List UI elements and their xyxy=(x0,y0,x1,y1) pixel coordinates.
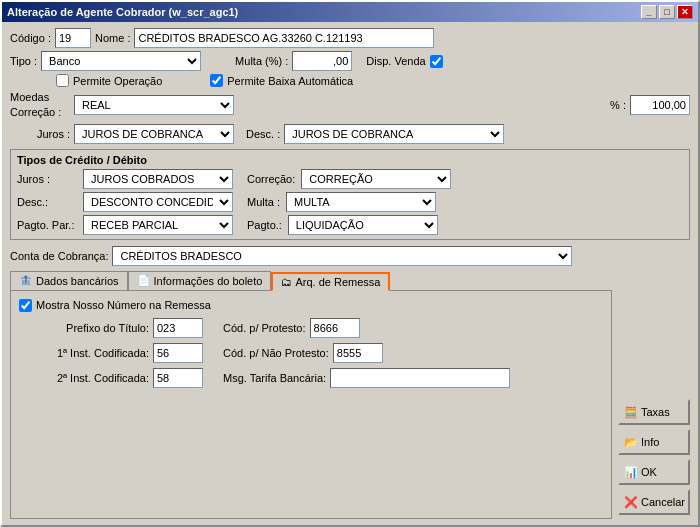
titlebar: Alteração de Agente Cobrador (w_scr_agc1… xyxy=(2,2,698,22)
juros-cred-select[interactable]: JUROS COBRADOS xyxy=(83,169,233,189)
permite-baixa-checkbox[interactable] xyxy=(210,74,223,87)
desc-cred-select[interactable]: DESCONTO CONCEDIDO xyxy=(83,192,233,212)
titlebar-buttons: _ □ ✕ xyxy=(641,5,693,19)
info-label: Info xyxy=(641,436,659,448)
inst1-input[interactable] xyxy=(153,343,203,363)
pagto-select[interactable]: LIQUIDAÇÃO xyxy=(288,215,438,235)
cancel-icon: ❌ xyxy=(624,496,638,509)
tipo-select[interactable]: Banco xyxy=(41,51,201,71)
cancelar-button[interactable]: ❌ Cancelar xyxy=(618,489,690,515)
tabs-container: 🏦 Dados bancários 📄 Informações do bolet… xyxy=(10,271,612,519)
prefixo-input[interactable] xyxy=(153,318,203,338)
window-title: Alteração de Agente Cobrador (w_scr_agc1… xyxy=(7,6,238,18)
disp-venda-checkbox[interactable] xyxy=(430,55,443,68)
tabs-row: 🏦 Dados bancários 📄 Informações do bolet… xyxy=(10,271,612,290)
correcao-select[interactable]: REAL xyxy=(74,95,234,115)
msg-tarifa-label: Msg. Tarifa Bancária: xyxy=(223,372,326,384)
main-tabs-area: 🏦 Dados bancários 📄 Informações do bolet… xyxy=(10,271,690,519)
tipos-title: Tipos de Crédito / Débito xyxy=(17,154,683,166)
juros-label: Juros : xyxy=(10,128,70,140)
mostra-numero-checkbox[interactable] xyxy=(19,299,32,312)
cod-nao-protesto-label: Cód. p/ Não Protesto: xyxy=(223,347,329,359)
tab-dados-bancarios[interactable]: 🏦 Dados bancários xyxy=(10,271,128,290)
inst2-label: 2ª Inst. Codificada: xyxy=(19,372,149,384)
tipo-row: Tipo : Banco Multa (%) : Disp. Venda xyxy=(10,51,690,71)
conta-label: Conta de Cobrança: xyxy=(10,250,108,262)
maximize-button[interactable]: □ xyxy=(659,5,675,19)
file-icon: 🗂 xyxy=(281,276,292,288)
tab-boleto-label: Informações do boleto xyxy=(154,275,263,287)
ok-icon: 📊 xyxy=(624,466,638,479)
pagto-par-select[interactable]: RECEB PARCIAL xyxy=(83,215,233,235)
tipos-row2: Desc.: DESCONTO CONCEDIDO Multa : MULTA xyxy=(17,192,683,212)
bank-icon: 🏦 xyxy=(19,274,33,287)
codigo-nome-row: Código : Nome : xyxy=(10,28,690,48)
cod-nao-protesto-input[interactable] xyxy=(333,343,383,363)
side-buttons: 🧮 Taxas 📂 Info 📊 OK ❌ Cancelar xyxy=(618,271,690,519)
tipos-row1: Juros : JUROS COBRADOS Correção: CORREÇÃ… xyxy=(17,169,683,189)
disp-venda-label: Disp. Venda xyxy=(366,55,425,67)
minimize-button[interactable]: _ xyxy=(641,5,657,19)
percent-input[interactable] xyxy=(630,95,690,115)
info-button[interactable]: 📂 Info xyxy=(618,429,690,455)
taxas-button[interactable]: 🧮 Taxas xyxy=(618,399,690,425)
prefixo-label: Prefixo do Título: xyxy=(19,322,149,334)
desc-label: Desc. : xyxy=(246,128,280,140)
main-window: Alteração de Agente Cobrador (w_scr_agc1… xyxy=(0,0,700,527)
folder-icon: 📂 xyxy=(624,436,638,449)
msg-tarifa-input[interactable] xyxy=(330,368,510,388)
codigo-label: Código : xyxy=(10,32,51,44)
inst1-row: 1ª Inst. Codificada: Cód. p/ Não Protest… xyxy=(19,343,603,363)
tab-arq-remessa[interactable]: 🗂 Arq. de Remessa xyxy=(271,272,390,291)
moedas-row: Moedas Correção : REAL % : xyxy=(10,90,690,121)
inst2-input[interactable] xyxy=(153,368,203,388)
tipo-label: Tipo : xyxy=(10,55,37,67)
moedas-correcao-label: Moedas Correção : xyxy=(10,90,70,121)
cod-protesto-input[interactable] xyxy=(310,318,360,338)
inst1-label: 1ª Inst. Codificada: xyxy=(19,347,149,359)
mostra-numero-label: Mostra Nosso Número na Remessa xyxy=(36,299,211,311)
ok-button[interactable]: 📊 OK xyxy=(618,459,690,485)
nome-label: Nome : xyxy=(95,32,130,44)
juros-desc-row: Juros : JUROS DE COBRANCA Desc. : JUROS … xyxy=(10,124,690,144)
juros-cred-label: Juros : xyxy=(17,173,77,185)
cod-protesto-label: Cód. p/ Protesto: xyxy=(223,322,306,334)
inst2-row: 2ª Inst. Codificada: Msg. Tarifa Bancári… xyxy=(19,368,603,388)
correcao-cred-select[interactable]: CORREÇÃO xyxy=(301,169,451,189)
tab-informacoes-boleto[interactable]: 📄 Informações do boleto xyxy=(128,271,272,290)
nome-input[interactable] xyxy=(134,28,434,48)
permite-op-label: Permite Operação xyxy=(73,75,162,87)
tab-panel: Mostra Nosso Número na Remessa Prefixo d… xyxy=(10,290,612,519)
desc-cred-label: Desc.: xyxy=(17,196,77,208)
juros-select[interactable]: JUROS DE COBRANCA xyxy=(74,124,234,144)
permite-op-checkbox[interactable] xyxy=(56,74,69,87)
multa-label: Multa (%) : xyxy=(235,55,288,67)
permite-baixa-label: Permite Baixa Automática xyxy=(227,75,353,87)
tipos-row3: Pagto. Par.: RECEB PARCIAL Pagto.: LIQUI… xyxy=(17,215,683,235)
multa-input[interactable] xyxy=(292,51,352,71)
tab-dados-label: Dados bancários xyxy=(36,275,119,287)
taxas-icon: 🧮 xyxy=(624,406,638,419)
cancelar-label: Cancelar xyxy=(641,496,685,508)
conta-select[interactable]: CRÉDITOS BRADESCO xyxy=(112,246,572,266)
multa-cred-label: Multa : xyxy=(247,196,280,208)
form-content: Código : Nome : Tipo : Banco Multa (%) :… xyxy=(2,22,698,525)
pagto-label: Pagto.: xyxy=(247,219,282,231)
tipos-section: Tipos de Crédito / Débito Juros : JUROS … xyxy=(10,149,690,240)
doc-icon: 📄 xyxy=(137,274,151,287)
prefixo-row: Prefixo do Título: Cód. p/ Protesto: xyxy=(19,318,603,338)
percent-label: % : xyxy=(610,99,626,111)
codigo-input[interactable] xyxy=(55,28,91,48)
permite-row: Permite Operação Permite Baixa Automátic… xyxy=(10,74,690,87)
mostra-row: Mostra Nosso Número na Remessa xyxy=(19,299,603,312)
ok-label: OK xyxy=(641,466,657,478)
multa-cred-select[interactable]: MULTA xyxy=(286,192,436,212)
close-button[interactable]: ✕ xyxy=(677,5,693,19)
pagto-par-label: Pagto. Par.: xyxy=(17,219,77,231)
correcao-cred-label: Correção: xyxy=(247,173,295,185)
desc-select[interactable]: JUROS DE COBRANCA xyxy=(284,124,504,144)
conta-row: Conta de Cobrança: CRÉDITOS BRADESCO xyxy=(10,246,690,266)
taxas-label: Taxas xyxy=(641,406,670,418)
tab-remessa-label: Arq. de Remessa xyxy=(295,276,380,288)
